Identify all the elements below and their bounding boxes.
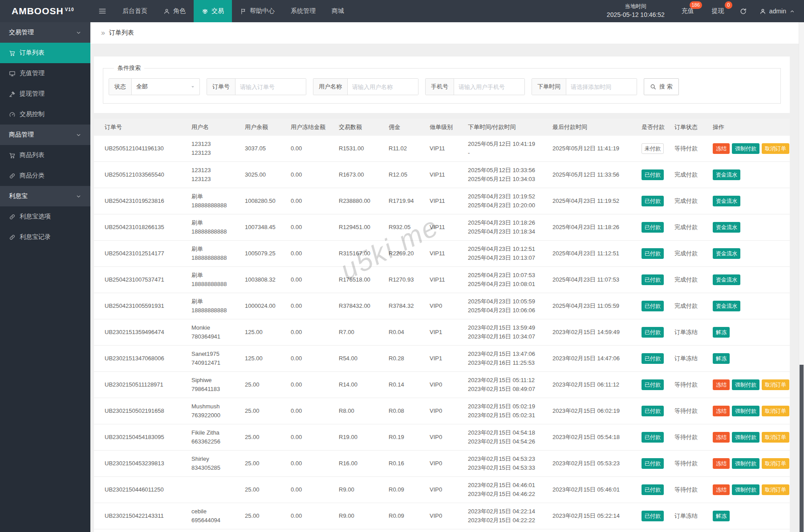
order-status-cell: 等待付款 xyxy=(674,404,713,418)
phone-input[interactable] xyxy=(454,79,524,95)
user-cell xyxy=(191,487,245,492)
fund-flow-button[interactable]: 资金流水 xyxy=(713,169,740,180)
search-icon xyxy=(650,84,656,90)
force-pay-button[interactable]: 强制付款 xyxy=(732,484,759,495)
balance-cell: 125.00 xyxy=(245,325,291,339)
sidebar-item-trade-control[interactable]: 交易控制 xyxy=(0,104,90,125)
force-pay-button[interactable]: 强制付款 xyxy=(732,406,759,416)
actions-cell: 冻结强制付款取消订单 xyxy=(713,429,794,445)
column-header: 用户名 xyxy=(191,123,245,131)
nav-system-manage[interactable]: 系统管理 xyxy=(283,0,324,22)
section-label: 商品管理 xyxy=(9,131,34,139)
force-pay-button[interactable]: 强制付款 xyxy=(732,458,759,469)
user-icon xyxy=(759,8,766,15)
fund-flow-button[interactable]: 资金流水 xyxy=(713,248,740,259)
sidebar-item-withdraw-manage[interactable]: 提现管理 xyxy=(0,84,90,104)
user-cell: 刷单18888888888 xyxy=(191,268,245,291)
search-fieldset: 条件搜索 状态全部订单号用户名称手机号下单时间搜 索 xyxy=(103,64,781,104)
sidebar-item-goods-list[interactable]: 商品列表 xyxy=(0,145,90,165)
freeze-button[interactable]: 冻结 xyxy=(713,458,730,469)
freeze-button[interactable]: 冻结 xyxy=(713,406,730,416)
unfreeze-button[interactable]: 解冻 xyxy=(713,353,730,364)
column-header: 佣金 xyxy=(389,123,430,131)
force-pay-button[interactable]: 强制付款 xyxy=(732,379,759,390)
level-cell: VIP11 xyxy=(430,246,468,261)
commission-cell: R932.05 xyxy=(389,220,430,234)
nav-backend-home[interactable]: 后台首页 xyxy=(114,0,155,22)
sidebar-item-recharge-manage[interactable]: 充值管理 xyxy=(0,63,90,84)
sidebar-toggle[interactable] xyxy=(90,0,114,22)
nav-help-center[interactable]: 帮助中心 xyxy=(232,0,283,22)
nav-roles[interactable]: 角色 xyxy=(155,0,194,22)
unfreeze-button[interactable]: 解冻 xyxy=(713,327,730,338)
search-legend: 条件搜索 xyxy=(114,64,144,72)
order-time-input[interactable] xyxy=(566,79,637,95)
order-no-cell: UB2302150454183095 xyxy=(105,430,191,444)
username-input[interactable] xyxy=(348,79,418,95)
nav-trade[interactable]: 交易 xyxy=(194,0,232,22)
recharge-count-badge: 186 xyxy=(690,1,702,9)
unfreeze-button[interactable]: 解冻 xyxy=(713,511,730,521)
app-logo[interactable]: AMBOOSH V10 xyxy=(0,0,90,22)
sidebar-item-lixibao-records[interactable]: 利息宝记录 xyxy=(0,227,90,247)
sidebar-item-order-list[interactable]: 订单列表 xyxy=(0,43,90,63)
freeze-button[interactable]: 冻结 xyxy=(713,143,730,154)
main-area: » 订单列表 条件搜索 状态全部订单号用户名称手机号下单时间搜 索 订单号用户名… xyxy=(90,0,804,532)
table-row: UB2504231005591931刷单188888888881000024.0… xyxy=(94,293,790,319)
amount-cell: R54.00 xyxy=(339,351,389,366)
level-cell: VIP0 xyxy=(430,378,468,392)
order-no-input-group: 订单号 xyxy=(207,78,306,95)
order-pay-time-cell: 2025年04月23日 10:05:592025年04月23日 10:06:06 xyxy=(468,294,552,318)
search-button[interactable]: 搜 索 xyxy=(644,78,679,95)
recharge-nav-item[interactable]: 充值 186 xyxy=(673,0,703,22)
section-goods-manage[interactable]: 商品管理 xyxy=(0,125,90,145)
user-cell: 刷单18888888888 xyxy=(191,189,245,213)
cancel-order-button[interactable]: 取消订单 xyxy=(762,432,789,443)
sidebar-item-goods-category[interactable]: 商品分类 xyxy=(0,165,90,186)
status-select[interactable]: 全部 xyxy=(132,79,199,95)
force-pay-button[interactable]: 强制付款 xyxy=(732,143,759,154)
fund-flow-button[interactable]: 资金流水 xyxy=(713,196,740,206)
order-no-cell: UB2302150422143311 xyxy=(105,509,191,523)
order-status-cell: 完成付款 xyxy=(674,168,713,182)
cancel-order-button[interactable]: 取消订单 xyxy=(762,484,789,495)
amount-cell: R176518.00 xyxy=(339,273,389,287)
column-header: 订单号 xyxy=(105,123,191,131)
last-pay-time-cell: 2023年02月15日 14:47:06 xyxy=(552,351,642,366)
column-header: 订单状态 xyxy=(674,123,713,131)
last-pay-time-cell: 2025年04月23日 11:19:52 xyxy=(552,194,642,208)
commission-cell: R2269.20 xyxy=(389,246,430,261)
fund-flow-button[interactable]: 资金流水 xyxy=(713,301,740,311)
user-menu[interactable]: admin xyxy=(753,0,804,22)
scrollbar-thumb[interactable] xyxy=(800,365,804,532)
refresh-button[interactable] xyxy=(733,0,753,22)
paid-cell: 已付款 xyxy=(642,324,674,340)
withdraw-label: 提现 xyxy=(712,7,724,15)
amount-cell: R8.00 xyxy=(339,404,389,418)
order-no-input[interactable] xyxy=(236,79,306,95)
withdraw-nav-item[interactable]: 提现 0 xyxy=(703,0,733,22)
level-cell: VIP11 xyxy=(430,168,468,182)
commission-cell: R0.14 xyxy=(389,378,430,392)
freeze-button[interactable]: 冻结 xyxy=(713,379,730,390)
fund-flow-button[interactable]: 资金流水 xyxy=(713,274,740,285)
force-pay-button[interactable]: 强制付款 xyxy=(732,432,759,443)
fund-flow-button[interactable]: 资金流水 xyxy=(713,222,740,233)
last-pay-time-cell: 2023年02月15日 05:46:01 xyxy=(552,483,642,497)
nav-item-label: 后台首页 xyxy=(122,7,147,15)
freeze-button[interactable]: 冻结 xyxy=(713,484,730,495)
section-trade-manage[interactable]: 交易管理 xyxy=(0,22,90,43)
actions-cell: 资金流水 xyxy=(713,193,790,209)
actions-cell: 资金流水 xyxy=(713,167,790,183)
cancel-order-button[interactable]: 取消订单 xyxy=(762,458,789,469)
nav-mall[interactable]: 商城 xyxy=(324,0,352,22)
search-filters: 状态全部订单号用户名称手机号下单时间搜 索 xyxy=(109,78,775,95)
cancel-order-button[interactable]: 取消订单 xyxy=(762,379,789,390)
paid-cell: 已付款 xyxy=(642,167,674,183)
cancel-order-button[interactable]: 取消订单 xyxy=(762,406,789,416)
amount-cell: R19.00 xyxy=(339,430,389,444)
cancel-order-button[interactable]: 取消订单 xyxy=(762,143,789,154)
section-lixibao[interactable]: 利息宝 xyxy=(0,186,90,206)
sidebar-item-lixibao-options[interactable]: 利息宝选项 xyxy=(0,206,90,227)
freeze-button[interactable]: 冻结 xyxy=(713,432,730,443)
